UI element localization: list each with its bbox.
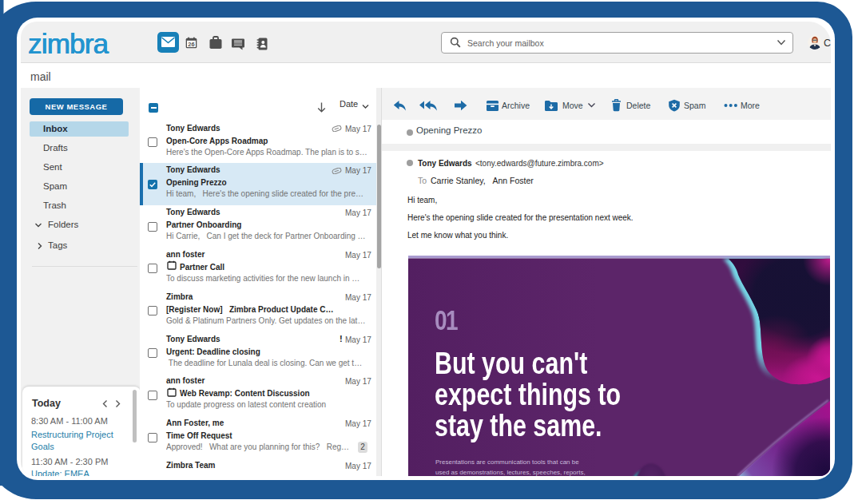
svg-text:26: 26	[188, 41, 194, 48]
